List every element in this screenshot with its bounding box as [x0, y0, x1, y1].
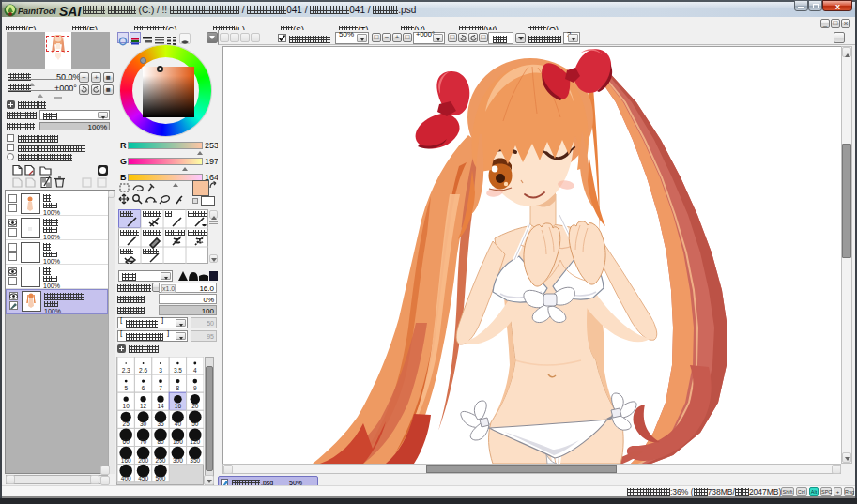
svg-text:400: 400	[121, 475, 131, 481]
svg-text:160: 160	[121, 457, 131, 464]
svg-text:20: 20	[191, 403, 199, 409]
svg-text:80: 80	[157, 438, 164, 445]
svg-text:100: 100	[173, 438, 183, 445]
svg-text:12: 12	[140, 403, 147, 409]
svg-text:35: 35	[157, 420, 164, 427]
svg-text:450: 450	[138, 475, 148, 481]
svg-text:25: 25	[123, 420, 130, 427]
svg-text:7: 7	[159, 385, 162, 391]
svg-text:10: 10	[123, 403, 130, 409]
svg-text:14: 14	[157, 403, 164, 409]
svg-text:SAI: SAI	[59, 4, 82, 17]
svg-text:3: 3	[159, 367, 162, 374]
svg-text:5: 5	[124, 385, 128, 391]
svg-text:70: 70	[140, 438, 147, 445]
svg-text:PaintTool: PaintTool	[18, 7, 56, 16]
svg-text:30: 30	[140, 420, 147, 427]
svg-text:2.3: 2.3	[122, 367, 130, 374]
svg-text:350: 350	[190, 457, 200, 464]
svg-text:3.5: 3.5	[174, 367, 182, 374]
svg-text:500: 500	[156, 475, 166, 481]
svg-text:9: 9	[193, 385, 197, 391]
svg-text:120: 120	[190, 438, 200, 445]
svg-text:200: 200	[138, 457, 148, 464]
svg-text:250: 250	[156, 457, 166, 464]
svg-text:50: 50	[191, 420, 199, 427]
svg-text:4: 4	[193, 367, 197, 374]
svg-text:6: 6	[142, 385, 145, 391]
svg-text:40: 40	[175, 420, 182, 427]
svg-text:8: 8	[176, 385, 180, 391]
svg-text:60: 60	[123, 438, 130, 445]
svg-text:16: 16	[175, 403, 182, 409]
svg-text:2.6: 2.6	[139, 367, 147, 374]
svg-text:300: 300	[173, 457, 183, 464]
